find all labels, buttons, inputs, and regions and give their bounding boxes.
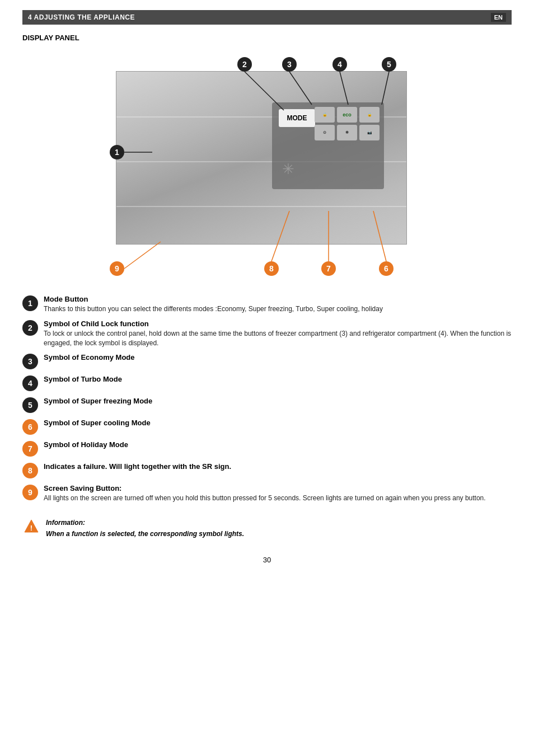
item-title-7: Symbol of Holiday Mode bbox=[44, 440, 128, 449]
svg-text:3: 3 bbox=[287, 60, 292, 69]
svg-point-3 bbox=[237, 57, 252, 72]
svg-text:2: 2 bbox=[242, 60, 247, 69]
item-badge-7: 7 bbox=[22, 441, 38, 457]
svg-point-12 bbox=[382, 57, 396, 72]
item-desc-2: To lock or unlock the control panel, hol… bbox=[44, 329, 512, 348]
mode-button-sim: MODE bbox=[279, 109, 315, 127]
item-content-8: Indicates a failure. Will light together… bbox=[44, 462, 231, 472]
info-text: Information: When a function is selected… bbox=[46, 518, 244, 539]
item-badge-3: 3 bbox=[22, 354, 38, 369]
item-desc-9: All lights on the screen are turned off … bbox=[44, 494, 486, 503]
sun-symbol: ✳ bbox=[282, 161, 294, 178]
warning-triangle-icon: ! bbox=[24, 519, 39, 534]
item-row-7: 7 Symbol of Holiday Mode bbox=[22, 440, 512, 457]
btn-circle: ⊙ bbox=[315, 125, 335, 140]
item-row-4: 4 Symbol of Turbo Mode bbox=[22, 375, 512, 391]
info-label: Information: bbox=[46, 518, 244, 528]
svg-point-21 bbox=[264, 261, 279, 276]
svg-point-6 bbox=[282, 57, 297, 72]
item-content-6: Symbol of Super cooling Mode bbox=[44, 419, 151, 428]
item-content-2: Symbol of Child Lock function To lock or… bbox=[44, 320, 512, 348]
item-content-4: Symbol of Turbo Mode bbox=[44, 375, 122, 384]
svg-point-15 bbox=[379, 261, 394, 276]
display-panel-sim: MODE 🔒 eco 🔒 ⊙ ❄ 📷 ✳ bbox=[272, 102, 384, 189]
item-title-1: Mode Button bbox=[44, 295, 383, 303]
item-badge-5: 5 bbox=[22, 397, 38, 413]
diagram-wrapper: MODE 🔒 eco 🔒 ⊙ ❄ 📷 ✳ 1 2 bbox=[71, 49, 463, 284]
item-title-8: Indicates a failure. Will light together… bbox=[44, 462, 231, 471]
item-title-5: Symbol of Super freezing Mode bbox=[44, 397, 152, 405]
svg-point-24 bbox=[110, 261, 124, 276]
svg-text:!: ! bbox=[30, 524, 32, 532]
item-content-9: Screen Saving Button: All lights on the … bbox=[44, 484, 486, 503]
svg-text:7: 7 bbox=[326, 264, 331, 273]
item-badge-4: 4 bbox=[22, 375, 38, 391]
page-number: 30 bbox=[22, 556, 512, 564]
item-title-2: Symbol of Child Lock function bbox=[44, 320, 512, 328]
btn-snowflake: ❄ bbox=[337, 125, 357, 140]
items-list: 1 Mode Button Thanks to this button you … bbox=[22, 295, 512, 503]
svg-text:6: 6 bbox=[384, 264, 388, 273]
info-box: ! Information: When a function is select… bbox=[22, 513, 512, 539]
header-lang: EN bbox=[491, 13, 506, 22]
item-badge-8: 8 bbox=[22, 463, 38, 478]
header-title: 4 ADJUSTING THE APPLIANCE bbox=[28, 13, 135, 21]
item-title-4: Symbol of Turbo Mode bbox=[44, 375, 122, 383]
info-icon: ! bbox=[22, 518, 40, 536]
svg-point-9 bbox=[332, 57, 347, 72]
btn-lock: 🔒 bbox=[315, 107, 335, 123]
shelf-line-3 bbox=[116, 206, 406, 207]
item-row-9: 9 Screen Saving Button: All lights on th… bbox=[22, 484, 512, 503]
svg-text:5: 5 bbox=[387, 60, 391, 69]
item-title-6: Symbol of Super cooling Mode bbox=[44, 419, 151, 427]
section-display-panel-label: DISPLAY PANEL bbox=[22, 34, 512, 42]
item-content-3: Symbol of Economy Mode bbox=[44, 353, 135, 363]
buttons-grid: 🔒 eco 🔒 ⊙ ❄ 📷 bbox=[315, 107, 380, 140]
page: 4 ADJUSTING THE APPLIANCE EN DISPLAY PAN… bbox=[0, 0, 534, 756]
item-desc-1: Thanks to this button you can select the… bbox=[44, 304, 383, 314]
header-bar: 4 ADJUSTING THE APPLIANCE EN bbox=[22, 10, 512, 25]
item-title-3: Symbol of Economy Mode bbox=[44, 353, 135, 361]
item-row-6: 6 Symbol of Super cooling Mode bbox=[22, 419, 512, 435]
svg-text:9: 9 bbox=[115, 264, 119, 273]
item-row-2: 2 Symbol of Child Lock function To lock … bbox=[22, 320, 512, 348]
appliance-photo: MODE 🔒 eco 🔒 ⊙ ❄ 📷 ✳ bbox=[116, 71, 407, 245]
svg-point-18 bbox=[321, 261, 336, 276]
item-title-9: Screen Saving Button: bbox=[44, 484, 486, 492]
svg-line-26 bbox=[124, 242, 161, 269]
btn-eco: eco bbox=[337, 107, 357, 123]
item-content-5: Symbol of Super freezing Mode bbox=[44, 397, 152, 406]
btn-turbo: 🔒 bbox=[359, 107, 380, 123]
item-row-8: 8 Indicates a failure. Will light togeth… bbox=[22, 462, 512, 478]
svg-text:8: 8 bbox=[269, 264, 274, 273]
item-row-1: 1 Mode Button Thanks to this button you … bbox=[22, 295, 512, 314]
item-content-7: Symbol of Holiday Mode bbox=[44, 440, 128, 450]
item-content-1: Mode Button Thanks to this button you ca… bbox=[44, 295, 383, 314]
item-badge-6: 6 bbox=[22, 419, 38, 435]
info-body: When a function is selected, the corresp… bbox=[46, 529, 244, 539]
item-badge-9: 9 bbox=[22, 485, 38, 500]
item-row-5: 5 Symbol of Super freezing Mode bbox=[22, 397, 512, 413]
item-row-3: 3 Symbol of Economy Mode bbox=[22, 353, 512, 369]
svg-text:4: 4 bbox=[338, 60, 342, 69]
item-badge-2: 2 bbox=[22, 320, 38, 336]
item-badge-1: 1 bbox=[22, 295, 38, 311]
btn-camera: 📷 bbox=[359, 125, 380, 140]
